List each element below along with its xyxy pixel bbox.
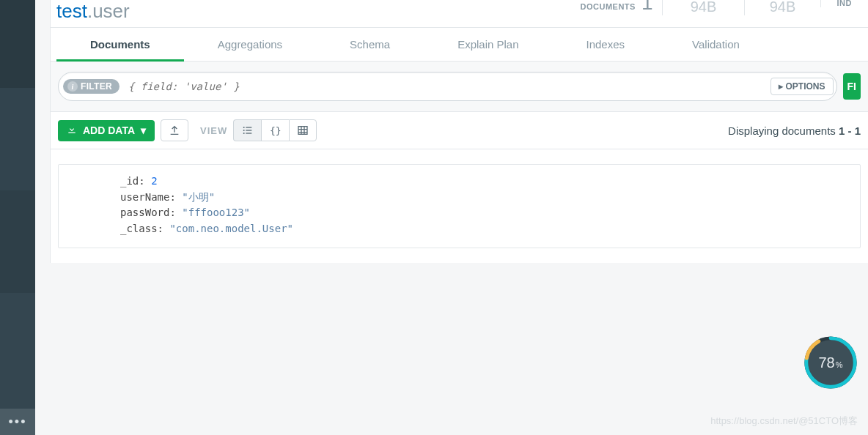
view-mode-group: {} bbox=[233, 119, 317, 141]
namespace-title: test.user bbox=[56, 0, 130, 27]
import-button[interactable] bbox=[161, 119, 188, 141]
stat-indexes: IND bbox=[820, 0, 868, 7]
collection-tabs: Documents Aggregations Schema Explain Pl… bbox=[51, 28, 868, 62]
field-row: _id: 2 bbox=[120, 174, 853, 190]
tab-indexes[interactable]: Indexes bbox=[553, 28, 659, 61]
collection-stats: DOCUMENTS 1 TOTAL SIZE 94B AVG. SIZE 94B… bbox=[581, 0, 868, 15]
sidebar-section[interactable] bbox=[0, 0, 35, 88]
svg-rect-5 bbox=[246, 133, 251, 133]
sidebar-section bbox=[0, 293, 35, 409]
field-row: _class: "com.neo.model.User" bbox=[120, 221, 853, 237]
field-row: passWord: "fffooo123" bbox=[120, 205, 853, 221]
stat-total-size: TOTAL SIZE 94B bbox=[662, 0, 745, 15]
add-data-button[interactable]: ADD DATA ▾ bbox=[58, 120, 155, 141]
stat-documents: DOCUMENTS 1 bbox=[581, 0, 662, 15]
caret-right-icon: ▸ bbox=[779, 81, 783, 92]
filter-input[interactable] bbox=[119, 81, 770, 92]
stat-avg-size: AVG. SIZE 94B bbox=[744, 0, 820, 15]
left-sidebar: ••• bbox=[0, 0, 35, 435]
view-label: VIEW bbox=[200, 125, 227, 136]
filter-pill: i FILTER ▸ OPTIONS bbox=[58, 72, 837, 101]
add-data-label: ADD DATA bbox=[83, 124, 135, 136]
stat-value: 1 bbox=[641, 0, 653, 15]
progress-widget[interactable]: 78% bbox=[802, 334, 859, 391]
tab-schema[interactable]: Schema bbox=[316, 28, 424, 61]
find-button[interactable]: FI bbox=[843, 73, 861, 100]
filter-toggle[interactable]: i FILTER bbox=[63, 79, 119, 94]
view-json-button[interactable]: {} bbox=[261, 119, 289, 141]
svg-rect-3 bbox=[246, 130, 251, 130]
document-card[interactable]: _id: 2 userName: "小明" passWord: "fffooo1… bbox=[58, 164, 861, 248]
stat-label: DOCUMENTS bbox=[581, 2, 636, 11]
braces-icon: {} bbox=[270, 125, 282, 136]
query-bar: i FILTER ▸ OPTIONS FI bbox=[51, 62, 868, 112]
documents-area: _id: 2 userName: "小明" passWord: "fffooo1… bbox=[51, 149, 868, 263]
filter-label: FILTER bbox=[81, 81, 112, 92]
svg-rect-1 bbox=[246, 127, 251, 127]
svg-point-4 bbox=[243, 133, 244, 134]
options-button[interactable]: ▸ OPTIONS bbox=[770, 78, 834, 95]
stat-value: 94B bbox=[761, 0, 803, 15]
list-icon bbox=[242, 124, 254, 136]
tab-validation[interactable]: Validation bbox=[658, 28, 773, 61]
field-row: userName: "小明" bbox=[120, 190, 853, 206]
svg-point-2 bbox=[243, 130, 244, 131]
view-table-button[interactable] bbox=[289, 119, 317, 141]
sidebar-more-button[interactable]: ••• bbox=[0, 409, 35, 435]
database-name: test bbox=[56, 0, 87, 22]
svg-point-0 bbox=[243, 127, 244, 128]
tab-aggregations[interactable]: Aggregations bbox=[184, 28, 316, 61]
download-icon bbox=[67, 124, 77, 137]
sidebar-section[interactable] bbox=[0, 190, 35, 293]
options-label: OPTIONS bbox=[786, 81, 825, 92]
display-count: Displaying documents 1 - 1 bbox=[728, 124, 861, 137]
collection-header: test.user DOCUMENTS 1 TOTAL SIZE 94B AVG… bbox=[51, 0, 868, 28]
stat-value: 94B bbox=[679, 0, 729, 15]
view-list-button[interactable] bbox=[233, 119, 261, 141]
sidebar-section[interactable] bbox=[0, 88, 35, 190]
tab-explain-plan[interactable]: Explain Plan bbox=[424, 28, 552, 61]
caret-down-icon: ▾ bbox=[141, 124, 146, 136]
progress-percent: 78% bbox=[802, 334, 859, 391]
svg-rect-6 bbox=[298, 127, 307, 135]
watermark: https://blog.csdn.net/@51CTO博客 bbox=[710, 414, 858, 428]
info-icon: i bbox=[67, 81, 78, 92]
documents-toolbar: ADD DATA ▾ VIEW {} Displaying docu bbox=[51, 112, 868, 149]
collection-name: .user bbox=[87, 0, 130, 22]
table-icon bbox=[297, 124, 309, 136]
tab-documents[interactable]: Documents bbox=[56, 28, 184, 61]
stat-label: IND bbox=[837, 0, 852, 7]
